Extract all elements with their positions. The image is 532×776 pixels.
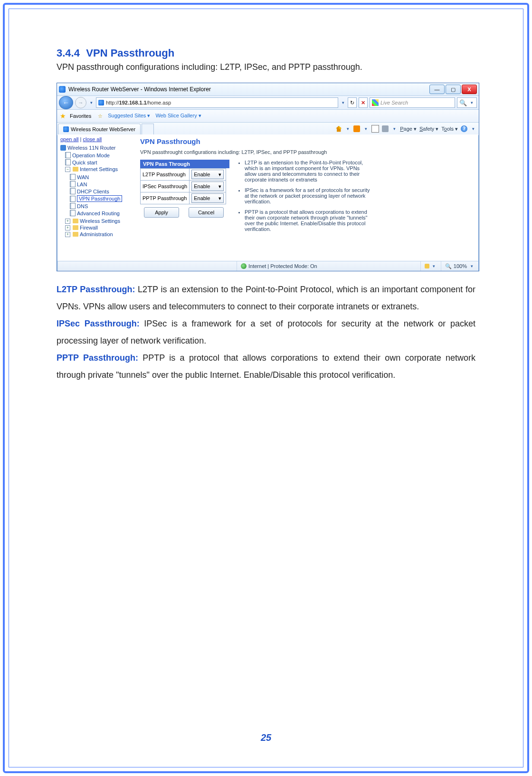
chevron-down-icon: ▾: [218, 183, 221, 190]
collapse-icon[interactable]: −: [65, 167, 70, 172]
help-icon[interactable]: ?: [461, 125, 467, 132]
window-title-bar: Wireless Router WebServer - Windows Inte…: [57, 83, 479, 96]
section-heading: 3.4.4 VPN Passthrough: [57, 47, 475, 59]
maximize-button[interactable]: ▢: [446, 85, 461, 94]
row-ipsec-label: IPSec Passthrough: [141, 181, 190, 192]
read-mail-icon[interactable]: [371, 125, 379, 133]
new-tab-button[interactable]: [142, 124, 154, 134]
folder-icon: [73, 167, 78, 172]
router-icon: [60, 145, 66, 151]
def-pptp-term: PPTP Passthrough:: [57, 353, 138, 363]
feeds-icon[interactable]: [353, 125, 360, 132]
tree-internet-settings[interactable]: −Internet Settings: [65, 166, 134, 172]
address-bar[interactable]: http://192.168.1.1/home.asp: [96, 97, 338, 108]
ie-icon: [59, 86, 66, 93]
lock-icon: [425, 264, 429, 268]
command-bar: ▾ ▾ ▾ Page ▾ Safety ▾ Tools ▾ ?▾: [335, 125, 479, 133]
tree-dns[interactable]: DNS: [70, 202, 134, 210]
info-box: L2TP is an extension to the Point-to-Poi…: [238, 160, 371, 237]
print-icon[interactable]: [382, 125, 389, 132]
favorites-label[interactable]: Favorites: [70, 113, 91, 119]
nav-history-dropdown[interactable]: ▾: [88, 100, 94, 105]
safety-menu[interactable]: Safety ▾: [419, 126, 438, 132]
url-host: 192.168.1.1: [119, 100, 147, 105]
home-icon[interactable]: [335, 125, 342, 132]
tree-administration[interactable]: +Administration: [65, 231, 134, 238]
expand-icon[interactable]: +: [65, 232, 70, 237]
l2tp-select[interactable]: Enable▾: [191, 170, 224, 179]
open-all-link[interactable]: open all: [60, 136, 79, 142]
suggested-sites-link[interactable]: Suggested Sites ▾: [106, 113, 150, 119]
row-l2tp-label: L2TP Passthrough: [141, 169, 190, 181]
tab-strip: Wireless Router WebServer ▾ ▾ ▾ Page ▾ S…: [57, 123, 479, 135]
tree-advanced-routing[interactable]: Advanced Routing: [70, 210, 134, 217]
heading-number: 3.4.4: [57, 47, 80, 59]
tree-expand-links: open all | close all: [60, 136, 134, 142]
live-search-icon: [372, 99, 379, 106]
info-l2tp: L2TP is an extension to the Point-to-Poi…: [245, 160, 371, 182]
apply-button[interactable]: Apply: [144, 207, 179, 218]
page-number: 25: [9, 732, 523, 743]
page-favicon-icon: [98, 100, 104, 105]
tree-root-label: Wireless 11N Router: [67, 145, 115, 151]
tree-operation-mode[interactable]: Operation Mode: [65, 152, 134, 159]
url-path: /home.asp: [147, 100, 171, 105]
table-header: VPN Pass Through: [140, 160, 229, 168]
minimize-button[interactable]: —: [429, 85, 445, 94]
expand-icon[interactable]: +: [65, 225, 70, 230]
back-button[interactable]: ←: [59, 96, 73, 109]
browser-window: Wireless Router WebServer - Windows Inte…: [57, 83, 479, 271]
row-pptp-label: PPTP Passthrough: [141, 192, 190, 204]
intro-text: VPN passthrough configurations including…: [57, 62, 475, 72]
tree-vpn-passthrough[interactable]: VPN Passthrough: [70, 195, 134, 202]
tree-lan[interactable]: LAN: [70, 181, 134, 188]
expand-icon[interactable]: +: [65, 219, 70, 224]
close-button[interactable]: X: [462, 85, 477, 94]
favorites-star-icon[interactable]: ★: [60, 112, 66, 120]
search-placeholder: Live Search: [380, 100, 433, 105]
protected-mode-label: Internet | Protected Mode: On: [248, 263, 317, 269]
favorites-bar: ★ Favorites ☆ Suggested Sites ▾ Web Slic…: [57, 110, 479, 123]
page-icon: [65, 152, 71, 158]
inner-frame: 3.4.4 VPN Passthrough VPN passthrough co…: [9, 9, 523, 767]
pptp-select[interactable]: Enable▾: [191, 193, 224, 203]
chevron-down-icon: ▾: [218, 195, 221, 201]
info-ipsec: IPSec is a framework for a set of protoc…: [245, 187, 371, 204]
tab-active[interactable]: Wireless Router WebServer: [58, 124, 141, 134]
def-l2tp-term: L2TP Passthrough:: [57, 285, 135, 294]
url-scheme: http://: [106, 100, 119, 105]
zoom-control[interactable]: 🔍100% ▾: [441, 261, 478, 271]
search-box[interactable]: Live Search: [370, 97, 455, 108]
definitions: L2TP Passthrough: L2TP is an extension t…: [57, 281, 475, 383]
vpn-passthrough-table: VPN Pass Through L2TP Passthrough Enable…: [140, 160, 229, 237]
stop-button[interactable]: ✕: [359, 97, 368, 108]
info-pptp: PPTP is a protocol that allows corporati…: [245, 209, 371, 232]
status-bar: Internet | Protected Mode: On ▾ 🔍100% ▾: [57, 261, 478, 271]
address-dropdown-icon[interactable]: ▾: [340, 100, 346, 105]
tree-firewall[interactable]: +Firewall: [65, 224, 134, 231]
url-text: http://192.168.1.1/home.asp: [106, 100, 171, 105]
tree-wan[interactable]: WAN: [70, 173, 134, 181]
tree-dhcp-clients[interactable]: DHCP Clients: [70, 188, 134, 195]
panel-subtitle: VPN passthrought configurations includin…: [140, 149, 474, 155]
ipsec-select[interactable]: Enable▾: [191, 182, 224, 191]
tree-wireless-settings[interactable]: +Wireless Settings: [65, 218, 134, 224]
close-all-link[interactable]: close all: [83, 136, 102, 142]
tab-favicon-icon: [63, 126, 69, 132]
panel-title: VPN Passthrough: [140, 137, 474, 145]
tools-menu[interactable]: Tools ▾: [441, 126, 458, 132]
chevron-down-icon: ▾: [218, 172, 221, 178]
def-ipsec-term: IPSec Passthrough:: [57, 319, 140, 328]
tree-root[interactable]: Wireless 11N Router: [60, 145, 134, 151]
forward-button[interactable]: →: [75, 97, 86, 108]
tree-quick-start[interactable]: Quick start: [65, 159, 134, 166]
web-slice-link[interactable]: Web Slice Gallery ▾: [154, 113, 201, 119]
cancel-button[interactable]: Cancel: [189, 207, 224, 218]
page-menu[interactable]: Page ▾: [400, 126, 417, 132]
zoom-level: 100%: [454, 263, 467, 269]
address-row: ← → ▾ http://192.168.1.1/home.asp ▾ ↻ ✕ …: [57, 96, 479, 110]
search-go-button[interactable]: 🔍▾: [457, 97, 477, 108]
nav-tree: open all | close all Wireless 11N Router…: [57, 134, 136, 261]
refresh-button[interactable]: ↻: [348, 97, 357, 108]
tab-label: Wireless Router WebServer: [71, 126, 135, 132]
